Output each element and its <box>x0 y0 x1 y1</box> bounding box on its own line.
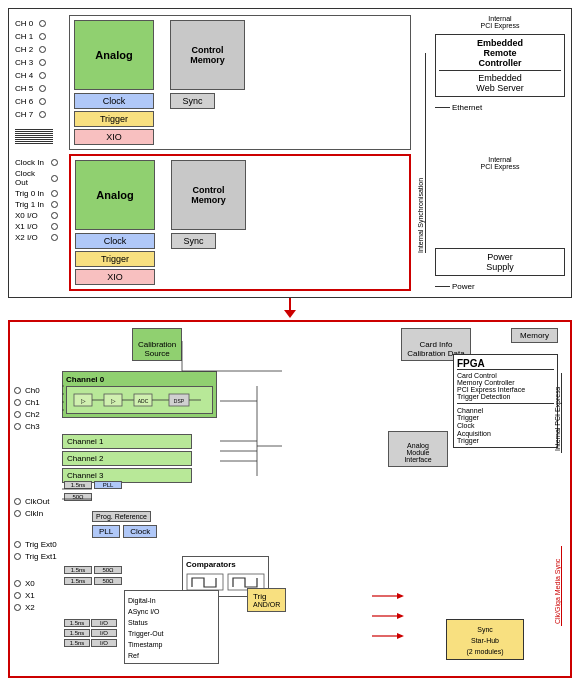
channel-0-label: Channel 0 <box>66 375 213 384</box>
ch1-bottom-circle <box>14 399 21 406</box>
top-block: CH 0 CH 1 CH 2 CH 3 <box>8 8 572 298</box>
pci-label-1: Internal PCI Express <box>435 15 565 29</box>
clock-out-label: Clock Out <box>15 169 49 187</box>
ch1-bottom-label: Ch1 <box>25 398 40 407</box>
fpga-title: FPGA <box>457 358 554 370</box>
analog-box-1: Analog <box>74 20 154 90</box>
comparator-wave-1 <box>186 573 224 591</box>
x1-bottom-row: X1 <box>14 591 58 600</box>
control-memory-1: Control Memory <box>170 20 245 90</box>
ch0-circuit: ▷ ▷ ADC DSP <box>69 389 209 411</box>
clkout-label: ClkOut <box>25 497 49 506</box>
trig0-row: Trig 0 In <box>15 189 63 198</box>
ch0-bottom-circle <box>14 387 21 394</box>
ami-label: Analog Module Interface <box>404 442 431 463</box>
trig0-circle <box>51 190 58 197</box>
clkout-circle <box>14 498 21 505</box>
ch0-label: CH 0 <box>15 19 37 28</box>
channel-1-label: Channel 1 <box>67 437 103 446</box>
x1-bottom-circle <box>14 592 21 599</box>
trigger-channel-label: Channel Trigger <box>457 407 554 421</box>
sync-hub-box: Sync Star-Hub (2 modules) <box>446 619 524 660</box>
ch1-row: CH 1 <box>15 32 63 41</box>
x2-circle <box>51 234 58 241</box>
andor-label: AND/OR <box>253 601 280 608</box>
ami-box: Analog Module Interface <box>388 431 448 467</box>
clock-out-row: Clock Out <box>15 169 63 187</box>
calibration-source-box: Calibration Source <box>132 328 182 361</box>
analog-label-1: Analog <box>95 49 132 61</box>
trig-ext1-label: Trig Ext1 <box>25 552 57 561</box>
embedded-box: Embedded Remote Controller Embedded Web … <box>435 34 565 97</box>
trig-ext1-row: Trig Ext1 <box>14 552 58 561</box>
control-memory-label-1: Control Memory <box>190 45 225 65</box>
clkin-circle <box>14 510 21 517</box>
trig0-label: Trig 0 In <box>15 189 49 198</box>
trig-label: Trig <box>253 592 280 601</box>
trig1-row: Trig 1 In <box>15 200 63 209</box>
trig1-circle <box>51 201 58 208</box>
trig-ext-boxes: 1.5ns 50Ω 1.5ns 50Ω <box>64 566 122 585</box>
trig-andor-box: Trig AND/OR <box>247 588 286 612</box>
right-side-top: Internal PCI Express Embedded Remote Con… <box>435 15 565 291</box>
main-container: CH 0 CH 1 CH 2 CH 3 <box>0 0 580 700</box>
analog-label-2: Analog <box>96 189 133 201</box>
ch0-row: CH 0 <box>15 19 63 28</box>
channels-1-3: Channel 1 Channel 2 Channel 3 <box>62 434 192 483</box>
clk-gigastar-label: Clk/Giga Media Sync <box>554 546 562 626</box>
analog-box-2: Analog <box>75 160 155 230</box>
power-row: Power <box>435 282 565 291</box>
ch0-circle <box>39 20 46 27</box>
bottom-block: Ch0 Ch1 Ch2 Ch3 ClkOut <box>8 320 572 678</box>
ch3-bottom-circle <box>14 423 21 430</box>
svg-marker-31 <box>397 593 404 599</box>
xio-label-1: XIO <box>106 132 122 142</box>
channel-2-label: Channel 2 <box>67 454 103 463</box>
ch0-bottom-label: Ch0 <box>25 386 40 395</box>
sync-label-1: Sync <box>182 96 202 106</box>
ch1-bottom-row: Ch1 <box>14 398 58 407</box>
x2-bottom-row: X2 <box>14 603 58 612</box>
trigger-label-1: Trigger <box>100 114 128 124</box>
clock-label-1: Clock <box>103 96 126 106</box>
ch5-label: CH 5 <box>15 84 37 93</box>
input-cond-boxes: 1.5ns PLL 50Ω <box>64 481 122 501</box>
clock-bottom-box: Clock <box>123 525 157 538</box>
clock-in-row: Clock In <box>15 158 63 167</box>
svg-text:DSP: DSP <box>174 398 185 404</box>
trig-ext0-row: Trig Ext0 <box>14 540 58 549</box>
ch3-bottom-label: Ch3 <box>25 422 40 431</box>
x1-bottom-label: X1 <box>25 591 35 600</box>
x1-label: X1 I/O <box>15 222 49 231</box>
ch2-circle <box>39 46 46 53</box>
internal-sync-area: Internal Synchronisation <box>417 15 429 291</box>
ch2-row: CH 2 <box>15 45 63 54</box>
bottom-main-area: Calibration Source Card Info Calibration… <box>62 326 566 672</box>
ch2-label: CH 2 <box>15 45 37 54</box>
ch3-row: CH 3 <box>15 58 63 67</box>
trig-ext0-label: Trig Ext0 <box>25 540 57 549</box>
control-memory-label-2: Control Memory <box>191 185 226 205</box>
clkin-row: ClkIn <box>14 509 58 518</box>
trigger-bar-1: Trigger <box>74 111 154 127</box>
ch2-bottom-row: Ch2 <box>14 410 58 419</box>
digital-in-label: Digital-In ASync I/O Status Trigger-Out … <box>128 597 164 659</box>
trig1-label: Trig 1 In <box>15 200 49 209</box>
fpga-item-2: PCI Express Interface <box>457 386 554 393</box>
ch7-circle <box>39 111 46 118</box>
trigger-clock-label: Clock <box>457 422 554 429</box>
x2-bottom-circle <box>14 604 21 611</box>
sync-label-2: Sync <box>183 236 203 246</box>
sync-hub-label: Sync Star-Hub (2 modules) <box>467 626 504 655</box>
svg-text:ADC: ADC <box>138 398 149 404</box>
clock-label-2: Clock <box>104 236 127 246</box>
pll-clock-area: Prog. Reference PLL Clock <box>92 511 157 538</box>
power-label: Power <box>452 282 475 291</box>
trigger-bar-2: Trigger <box>75 251 155 267</box>
ch4-circle <box>39 72 46 79</box>
x0-label: X0 I/O <box>15 211 49 220</box>
channel-2-box: Channel 2 <box>62 451 192 466</box>
bottom-left-labels: Ch0 Ch1 Ch2 Ch3 ClkOut <box>14 326 58 672</box>
ch7-row: CH 7 <box>15 110 63 119</box>
ch3-label: CH 3 <box>15 58 37 67</box>
